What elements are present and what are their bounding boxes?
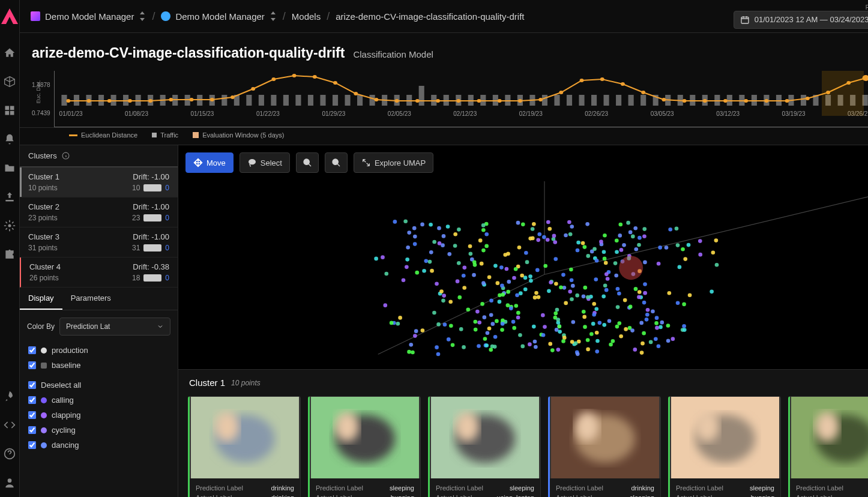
chart-area[interactable]: 01/01/23 01/08/23 01/15/23 01/22/23 01/2… bbox=[54, 71, 868, 127]
tab-display[interactable]: Display bbox=[20, 288, 62, 310]
select-button[interactable]: Select bbox=[240, 152, 290, 173]
home-icon[interactable] bbox=[4, 47, 16, 59]
check-production[interactable]: production bbox=[27, 343, 170, 358]
x-tick: 03/05/23 bbox=[651, 110, 674, 117]
checkbox[interactable] bbox=[28, 361, 36, 369]
svg-point-349 bbox=[688, 293, 692, 297]
date-range-picker[interactable]: 01/01/2023 12 AM — 03/24/2023 12 AM bbox=[734, 11, 868, 29]
move-button[interactable]: Move bbox=[185, 152, 234, 173]
checkbox[interactable] bbox=[28, 411, 36, 419]
check-dancing[interactable]: dancing bbox=[27, 438, 170, 453]
svg-point-466 bbox=[619, 256, 643, 280]
svg-point-393 bbox=[374, 257, 378, 261]
svg-point-261 bbox=[521, 222, 525, 226]
svg-point-276 bbox=[402, 278, 406, 282]
umap-canvas[interactable] bbox=[178, 180, 868, 369]
svg-point-359 bbox=[490, 322, 495, 326]
info-icon[interactable] bbox=[62, 152, 70, 160]
check-baseline[interactable]: baseline bbox=[27, 358, 170, 373]
check-deselect-all[interactable]: Deselect all bbox=[27, 378, 170, 393]
svg-point-394 bbox=[533, 295, 537, 300]
legend-window: Evaluation Window (5 days) bbox=[193, 131, 284, 139]
cube-icon[interactable] bbox=[4, 76, 16, 88]
color-dot bbox=[41, 363, 47, 369]
svg-point-232 bbox=[532, 222, 536, 226]
check-cycling[interactable]: cycling bbox=[27, 423, 170, 438]
help-icon[interactable] bbox=[4, 448, 16, 460]
svg-point-248 bbox=[595, 259, 599, 263]
rocket-icon[interactable] bbox=[4, 390, 16, 402]
user-icon[interactable] bbox=[4, 477, 16, 489]
svg-point-384 bbox=[407, 350, 411, 354]
card-meta: Prediction Labelsleeping Actual Labelusi… bbox=[430, 478, 540, 497]
svg-point-391 bbox=[569, 268, 573, 272]
breadcrumb-workspace[interactable]: Demo Model Manager bbox=[31, 11, 146, 22]
color-by-select[interactable]: Prediction Lat bbox=[59, 318, 170, 336]
svg-point-325 bbox=[512, 326, 516, 330]
zoom-in-button[interactable] bbox=[296, 152, 319, 173]
svg-point-245 bbox=[657, 262, 661, 266]
breadcrumb-project[interactable]: Demo Model Manager bbox=[161, 11, 276, 22]
cluster-item-1[interactable]: Cluster 1Drift: -1.00 10 points100 bbox=[20, 167, 178, 197]
check-clapping[interactable]: clapping bbox=[27, 408, 170, 423]
svg-point-432 bbox=[628, 230, 633, 235]
svg-point-324 bbox=[447, 337, 451, 342]
display-panel: Color By Prediction Lat production basel… bbox=[20, 310, 178, 460]
svg-point-414 bbox=[645, 313, 649, 317]
upload-icon[interactable] bbox=[4, 191, 16, 203]
svg-point-360 bbox=[645, 318, 649, 322]
scatter-svg bbox=[178, 180, 868, 369]
svg-point-326 bbox=[429, 223, 433, 227]
svg-point-347 bbox=[466, 307, 470, 312]
checkbox[interactable] bbox=[28, 441, 36, 449]
svg-point-428 bbox=[532, 325, 536, 329]
svg-point-351 bbox=[658, 245, 662, 250]
tab-parameters[interactable]: Parameters bbox=[62, 288, 119, 310]
svg-point-437 bbox=[407, 230, 411, 235]
evaluation-window bbox=[822, 71, 864, 116]
checkbox[interactable] bbox=[28, 381, 36, 389]
zoom-out-button[interactable] bbox=[325, 152, 348, 173]
cluster-item-4[interactable]: Cluster 4Drift: -0.38 26 points180 bbox=[20, 258, 178, 288]
color-by-value: Prediction Lat bbox=[66, 322, 110, 331]
svg-point-220 bbox=[606, 277, 610, 281]
svg-point-448 bbox=[415, 271, 419, 275]
code-icon[interactable] bbox=[4, 419, 16, 431]
cluster-item-2[interactable]: Cluster 2Drift: -1.00 23 points230 bbox=[20, 197, 178, 227]
svg-point-403 bbox=[603, 283, 607, 288]
puzzle-icon[interactable] bbox=[4, 248, 16, 261]
svg-point-452 bbox=[583, 245, 587, 249]
meta-val-actual: sleeping bbox=[630, 494, 654, 497]
svg-point-455 bbox=[507, 280, 511, 284]
apps-icon[interactable] bbox=[4, 104, 16, 116]
svg-point-223 bbox=[436, 352, 441, 357]
svg-point-195 bbox=[462, 345, 466, 349]
svg-rect-27 bbox=[295, 95, 301, 106]
svg-point-465 bbox=[481, 281, 486, 285]
bell-icon[interactable] bbox=[4, 133, 16, 145]
svg-point-341 bbox=[568, 232, 573, 236]
gear-icon[interactable] bbox=[4, 220, 16, 232]
svg-point-316 bbox=[576, 352, 580, 356]
svg-point-375 bbox=[422, 269, 426, 273]
explore-umap-button[interactable]: Explore UMAP bbox=[354, 152, 433, 173]
svg-point-194 bbox=[602, 323, 606, 327]
check-calling[interactable]: calling bbox=[27, 393, 170, 408]
meta-val-actual: hugging bbox=[391, 494, 414, 497]
checkbox[interactable] bbox=[28, 426, 36, 434]
svg-point-364 bbox=[602, 250, 606, 254]
svg-point-389 bbox=[500, 328, 504, 332]
svg-point-461 bbox=[553, 312, 558, 316]
meta-val-pred: drinking bbox=[631, 484, 654, 492]
svg-point-185 bbox=[528, 342, 532, 346]
folder-icon[interactable] bbox=[4, 162, 16, 174]
cluster-item-3[interactable]: Cluster 3Drift: -1.00 31 points310 bbox=[20, 227, 178, 258]
breadcrumb-models[interactable]: Models bbox=[292, 11, 321, 22]
checkbox[interactable] bbox=[28, 346, 36, 354]
svg-point-312 bbox=[698, 253, 702, 257]
meta-label-actual: Actual Label bbox=[436, 494, 472, 497]
svg-point-129 bbox=[710, 289, 714, 294]
svg-point-372 bbox=[698, 239, 702, 243]
color-dot bbox=[41, 412, 47, 418]
checkbox[interactable] bbox=[28, 396, 36, 404]
